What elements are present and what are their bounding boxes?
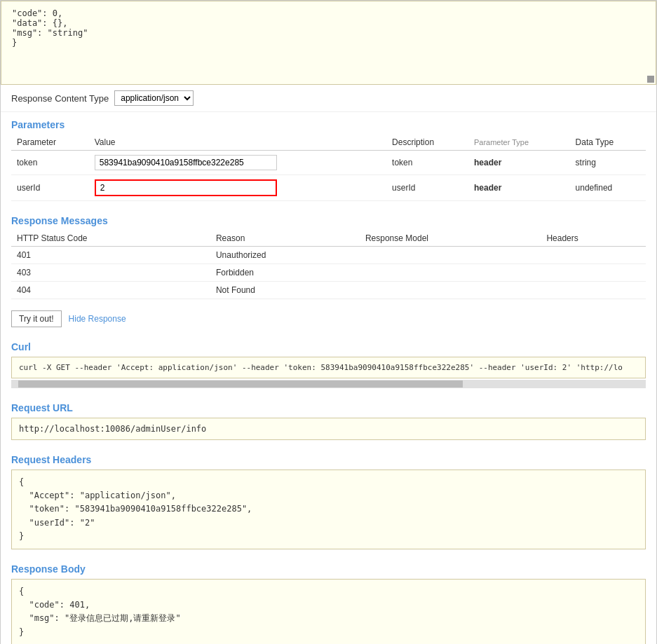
param-value-token-cell	[89, 151, 386, 175]
code-line-3: "msg": "string"	[12, 28, 645, 38]
request-headers-title: Request Headers	[1, 447, 656, 470]
body-line-4: }	[19, 626, 638, 639]
param-value-userid-input[interactable]	[95, 179, 277, 196]
code-line-2: "data": {},	[12, 18, 645, 28]
model-401	[360, 247, 541, 264]
headers-404	[541, 282, 646, 299]
request-headers-content: { "Accept": "application/json", "token":…	[11, 470, 646, 549]
curl-scrollbar[interactable]	[11, 380, 646, 388]
status-401: 401	[11, 247, 210, 264]
code-line-1: "code": 0,	[12, 8, 645, 18]
model-403	[360, 264, 541, 282]
response-content-type-select[interactable]: application/json text/plain text/xml	[114, 90, 194, 106]
status-403: 403	[11, 264, 210, 282]
param-datatype-token: string	[570, 151, 646, 175]
headers-line-2: "Accept": "application/json",	[19, 489, 638, 502]
col-data-type: Data Type	[570, 135, 646, 151]
request-url-section: http://localhost:10086/adminUser/info	[1, 418, 656, 447]
response-content-type-row: Response Content Type application/json t…	[1, 85, 656, 112]
table-row: 404 Not Found	[11, 282, 646, 299]
response-body-section: { "code": 401, "msg": "登录信息已过期,请重新登录" }	[1, 579, 656, 644]
parameters-title: Parameters	[1, 112, 656, 135]
headers-403	[541, 264, 646, 282]
model-404	[360, 282, 541, 299]
curl-section: curl -X GET --header 'Accept: applicatio…	[1, 357, 656, 395]
param-name-userid: userId	[11, 175, 89, 201]
param-type-userid: header	[468, 175, 570, 201]
param-value-token-input[interactable]	[95, 155, 277, 170]
code-line-4: }	[12, 38, 645, 48]
request-url-title: Request URL	[1, 395, 656, 418]
body-line-3: "msg": "登录信息已过期,请重新登录"	[19, 612, 638, 625]
param-type-token: header	[468, 151, 570, 175]
table-row: token token header string	[11, 151, 646, 175]
col-parameter-type: Parameter Type	[468, 135, 570, 151]
table-row: 401 Unauthorized	[11, 247, 646, 264]
headers-line-1: {	[19, 476, 638, 489]
response-content-type-label: Response Content Type	[11, 93, 109, 104]
curl-scrollbar-thumb[interactable]	[18, 381, 463, 388]
col-reason: Reason	[210, 231, 360, 247]
parameters-table: Parameter Value Description Parameter Ty…	[11, 135, 646, 201]
response-body-content: { "code": 401, "msg": "登录信息已过期,请重新登录" }	[11, 579, 646, 644]
status-404: 404	[11, 282, 210, 299]
headers-401	[541, 247, 646, 264]
response-messages-title: Response Messages	[1, 208, 656, 231]
page-wrapper: "code": 0, "data": {}, "msg": "string" }…	[0, 0, 657, 644]
response-messages-table: HTTP Status Code Reason Response Model H…	[11, 231, 646, 299]
headers-line-5: }	[19, 530, 638, 543]
request-headers-section: { "Accept": "application/json", "token":…	[1, 470, 656, 556]
col-headers: Headers	[541, 231, 646, 247]
curl-content: curl -X GET --header 'Accept: applicatio…	[11, 357, 646, 378]
param-desc-userid: userId	[386, 175, 468, 201]
col-description: Description	[386, 135, 468, 151]
request-url-content: http://localhost:10086/adminUser/info	[11, 418, 646, 440]
col-response-model: Response Model	[360, 231, 541, 247]
top-code-block: "code": 0, "data": {}, "msg": "string" }	[1, 1, 656, 85]
reason-403: Forbidden	[210, 264, 360, 282]
resize-handle[interactable]	[647, 76, 654, 83]
headers-line-3: "token": "583941ba9090410a9158ffbce322e2…	[19, 502, 638, 516]
try-it-out-button[interactable]: Try it out!	[11, 310, 62, 327]
curl-title: Curl	[1, 334, 656, 357]
param-name-token: token	[11, 151, 89, 175]
response-messages-section: HTTP Status Code Reason Response Model H…	[1, 231, 656, 306]
table-row: userId userId header undefined	[11, 175, 646, 201]
reason-401: Unauthorized	[210, 247, 360, 264]
reason-404: Not Found	[210, 282, 360, 299]
body-line-2: "code": 401,	[19, 598, 638, 612]
param-value-userid-cell	[89, 175, 386, 201]
col-parameter: Parameter	[11, 135, 89, 151]
col-http-status: HTTP Status Code	[11, 231, 210, 247]
body-line-1: {	[19, 585, 638, 598]
headers-line-4: "userId": "2"	[19, 516, 638, 530]
parameters-section: Parameter Value Description Parameter Ty…	[1, 135, 656, 208]
param-desc-token: token	[386, 151, 468, 175]
action-buttons-row: Try it out! Hide Response	[1, 306, 656, 334]
param-datatype-userid: undefined	[570, 175, 646, 201]
table-row: 403 Forbidden	[11, 264, 646, 282]
col-value: Value	[89, 135, 386, 151]
hide-response-link[interactable]: Hide Response	[69, 314, 126, 324]
response-body-title: Response Body	[1, 556, 656, 579]
